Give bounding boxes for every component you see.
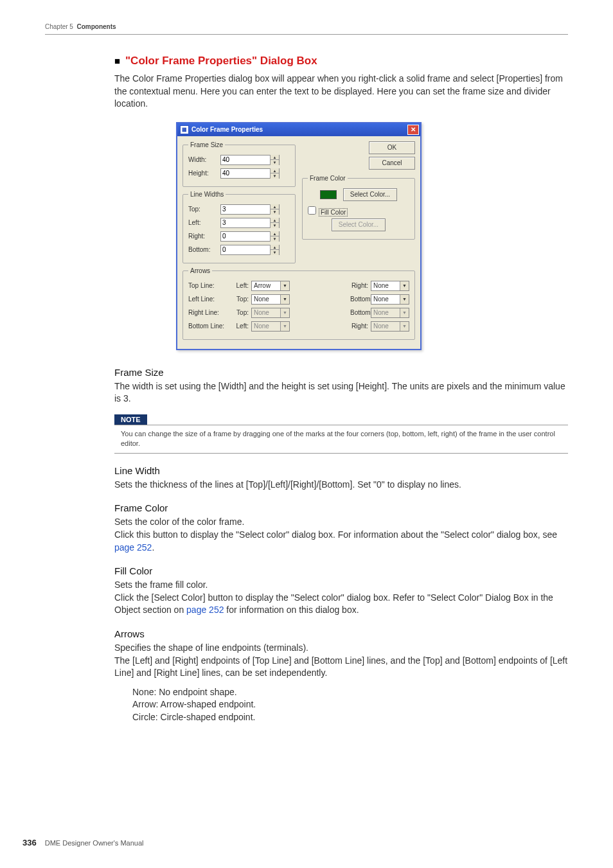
page-number: 336 bbox=[22, 838, 37, 847]
arrow-row: Right Line:Top:None▼Bottom:None▼ bbox=[188, 307, 409, 319]
lw-left-stepper[interactable]: ▲▼ bbox=[220, 218, 280, 228]
para-fill-color-1: Sets the frame fill color. bbox=[114, 579, 568, 592]
select-frame-color-button[interactable]: Select Color... bbox=[343, 188, 397, 201]
arrow-dropdown[interactable]: None▼ bbox=[251, 294, 290, 305]
heading-frame-color: Frame Color bbox=[114, 502, 568, 513]
section-label: Components bbox=[76, 23, 116, 30]
legend-line-widths: Line Widths bbox=[188, 191, 226, 198]
page-title: "Color Frame Properties" Dialog Box bbox=[114, 55, 568, 67]
chapter-label: Chapter 5 bbox=[45, 23, 73, 30]
page-footer: 336 DME Designer Owner's Manual bbox=[22, 838, 143, 847]
heading-frame-size: Frame Size bbox=[114, 367, 568, 378]
width-label: Width: bbox=[188, 156, 220, 163]
width-stepper[interactable]: ▲▼ bbox=[220, 155, 280, 165]
arrow-end-label: Bottom: bbox=[350, 309, 368, 316]
heading-line-width: Line Width bbox=[114, 465, 568, 476]
dialog-body: Frame Size Width: ▲▼ Height: bbox=[177, 136, 420, 349]
para-fill-color-2: Click the [Select Color] button to displ… bbox=[114, 592, 568, 617]
arrow-dropdown: None▼ bbox=[371, 308, 409, 318]
lw-bottom-stepper[interactable]: ▲▼ bbox=[220, 245, 280, 255]
page-header: Chapter 5 Components bbox=[45, 23, 568, 35]
group-frame-color: Frame Color Select Color... Fill Color S… bbox=[302, 175, 415, 240]
dialog-titlebar[interactable]: ▦ Color Frame Properties ✕ bbox=[177, 123, 420, 136]
legend-frame-color: Frame Color bbox=[308, 175, 348, 182]
link-page-252-a[interactable]: page 252 bbox=[114, 542, 152, 553]
arrow-dropdown[interactable]: Arrow▼ bbox=[251, 281, 290, 291]
arrow-dropdown[interactable]: None▼ bbox=[371, 294, 409, 305]
chevron-down-icon: ▼ bbox=[400, 308, 409, 317]
group-frame-size: Frame Size Width: ▲▼ Height: bbox=[182, 141, 296, 187]
arrow-row-label: Bottom Line: bbox=[188, 323, 227, 330]
spinner-icon[interactable]: ▲▼ bbox=[270, 155, 279, 165]
group-arrows: Arrows Top Line:Left:Arrow▼Right:None▼Le… bbox=[182, 267, 415, 340]
page-content: "Color Frame Properties" Dialog Box The … bbox=[114, 55, 568, 723]
spinner-icon[interactable]: ▲▼ bbox=[270, 168, 279, 179]
lw-bottom-label: Bottom: bbox=[188, 246, 220, 253]
arrow-end-label: Right: bbox=[350, 323, 368, 330]
height-stepper[interactable]: ▲▼ bbox=[220, 168, 280, 179]
legend-arrows: Arrows bbox=[188, 267, 212, 274]
lw-right-stepper[interactable]: ▲▼ bbox=[220, 231, 280, 242]
fill-color-checkbox[interactable] bbox=[308, 206, 316, 215]
para-frame-size: The width is set using the [Width] and t… bbox=[114, 380, 568, 405]
spinner-icon[interactable]: ▲▼ bbox=[270, 204, 279, 215]
lw-top-stepper[interactable]: ▲▼ bbox=[220, 204, 280, 215]
list-item: Arrow: Arrow-shaped endpoint. bbox=[132, 698, 568, 711]
lw-right-input[interactable] bbox=[221, 233, 270, 240]
note-text: You can change the size of a frame by dr… bbox=[114, 425, 568, 454]
select-fill-color-button[interactable]: Select Color... bbox=[332, 218, 386, 231]
chevron-down-icon: ▼ bbox=[400, 281, 409, 290]
arrow-dropdown: None▼ bbox=[251, 308, 290, 318]
arrow-dropdown: None▼ bbox=[371, 321, 409, 332]
para-arrows-2: The [Left] and [Right] endpoints of [Top… bbox=[114, 655, 568, 680]
frame-color-swatch bbox=[320, 190, 337, 199]
arrow-end-label: Left: bbox=[231, 282, 249, 289]
arrow-row-label: Left Line: bbox=[188, 296, 227, 303]
dialog-app-icon: ▦ bbox=[180, 125, 189, 134]
spinner-icon[interactable]: ▲▼ bbox=[270, 245, 279, 255]
chevron-down-icon: ▼ bbox=[400, 295, 409, 304]
chevron-down-icon: ▼ bbox=[280, 281, 289, 290]
fill-color-checkbox-label: Fill Color bbox=[319, 208, 348, 217]
arrow-row-label: Right Line: bbox=[188, 309, 227, 316]
lw-bottom-input[interactable] bbox=[221, 246, 270, 253]
arrows-options-list: None: No endpoint shape. Arrow: Arrow-sh… bbox=[132, 686, 568, 724]
lw-top-input[interactable] bbox=[221, 206, 270, 213]
spinner-icon[interactable]: ▲▼ bbox=[270, 231, 279, 242]
arrow-row-label: Top Line: bbox=[188, 282, 227, 289]
link-page-252-b[interactable]: page 252 bbox=[186, 605, 224, 615]
close-icon[interactable]: ✕ bbox=[407, 125, 419, 135]
para-line-width: Sets the thickness of the lines at [Top]… bbox=[114, 479, 568, 492]
lw-right-label: Right: bbox=[188, 233, 220, 240]
heading-arrows: Arrows bbox=[114, 628, 568, 639]
para-frame-color-2: Click this button to display the "Select… bbox=[114, 529, 568, 554]
ok-button[interactable]: OK bbox=[369, 141, 415, 154]
chevron-down-icon: ▼ bbox=[280, 322, 289, 331]
para-frame-color-1: Sets the color of the color frame. bbox=[114, 516, 568, 529]
arrow-row: Top Line:Left:Arrow▼Right:None▼ bbox=[188, 280, 409, 292]
arrow-end-label: Left: bbox=[231, 323, 249, 330]
arrow-dropdown[interactable]: None▼ bbox=[371, 281, 409, 291]
list-item: None: No endpoint shape. bbox=[132, 686, 568, 699]
chevron-down-icon: ▼ bbox=[280, 308, 289, 317]
arrow-row: Bottom Line:Left:None▼Right:None▼ bbox=[188, 321, 409, 332]
chevron-down-icon: ▼ bbox=[280, 295, 289, 304]
arrow-end-label: Top: bbox=[231, 309, 249, 316]
cancel-button[interactable]: Cancel bbox=[369, 157, 415, 170]
width-input[interactable] bbox=[221, 156, 270, 163]
intro-text: The Color Frame Properties dialog box wi… bbox=[114, 73, 568, 111]
arrow-end-label: Top: bbox=[231, 296, 249, 303]
note-label: NOTE bbox=[114, 414, 147, 425]
spinner-icon[interactable]: ▲▼ bbox=[270, 218, 279, 228]
list-item: Circle: Circle-shaped endpoint. bbox=[132, 711, 568, 724]
lw-left-label: Left: bbox=[188, 219, 220, 226]
chevron-down-icon: ▼ bbox=[400, 322, 409, 331]
lw-left-input[interactable] bbox=[221, 219, 270, 226]
arrow-end-label: Bottom: bbox=[350, 296, 368, 303]
dialog-color-frame-properties: ▦ Color Frame Properties ✕ Frame Size Wi… bbox=[176, 122, 422, 350]
height-label: Height: bbox=[188, 170, 220, 177]
group-line-widths: Line Widths Top: ▲▼ Left: ▲▼ Right: ▲▼ bbox=[182, 191, 296, 263]
height-input[interactable] bbox=[221, 170, 270, 177]
arrow-row: Left Line:Top:None▼Bottom:None▼ bbox=[188, 294, 409, 305]
legend-frame-size: Frame Size bbox=[188, 141, 225, 148]
